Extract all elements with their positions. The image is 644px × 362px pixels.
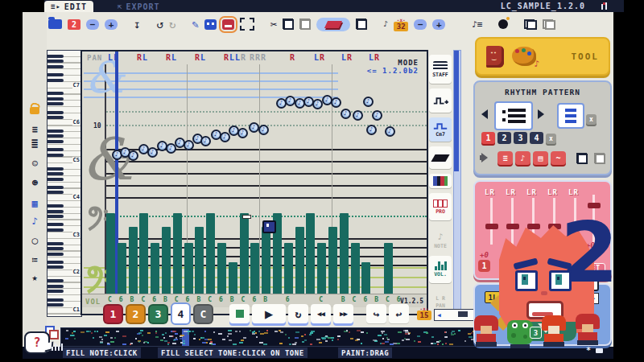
channel-1-button[interactable]: 1 <box>103 304 123 324</box>
piano-black-key[interactable] <box>47 279 64 282</box>
step-plus-button[interactable]: + <box>432 19 445 30</box>
piano-black-key[interactable] <box>47 60 64 63</box>
pan-token[interactable]: RL <box>195 53 206 62</box>
channel-all-button[interactable]: C <box>193 304 213 324</box>
piano-black-key[interactable] <box>47 130 64 133</box>
editor-vscrollbar[interactable] <box>453 50 461 317</box>
speaker-icon[interactable] <box>480 153 493 162</box>
note-bubble[interactable]: ♪ <box>341 109 351 119</box>
pan-token[interactable]: R <box>290 53 295 62</box>
cut-button[interactable]: ✂ <box>270 17 277 31</box>
piano-black-key[interactable] <box>47 167 64 171</box>
rhythm-1-button[interactable]: 1 <box>481 132 495 144</box>
piano-black-key[interactable] <box>47 92 64 95</box>
undo-button[interactable]: ↺ <box>156 17 163 31</box>
save-button[interactable]: ↧ <box>134 17 140 31</box>
open-file-button[interactable] <box>48 17 62 31</box>
volume-bar[interactable] <box>217 243 226 298</box>
pattern-prev-icon[interactable] <box>481 109 488 119</box>
piano-black-key[interactable] <box>47 65 64 68</box>
volume-bar[interactable] <box>351 243 360 298</box>
scroll-left-icon[interactable]: ◀ <box>435 311 444 319</box>
volume-bar[interactable] <box>229 262 237 298</box>
pattern-next-icon[interactable] <box>538 109 544 119</box>
pan-channel-badge[interactable]: 1 <box>478 260 490 272</box>
piano-black-key[interactable] <box>47 242 64 245</box>
wave-add-button[interactable] <box>429 88 452 113</box>
list-large-icon[interactable]: ≣ <box>28 138 41 149</box>
list-small-icon[interactable]: ≡ <box>28 125 41 134</box>
pan-token[interactable]: LR <box>314 53 325 62</box>
repeat-button[interactable]: ↪ <box>366 304 386 323</box>
pattern-alt-selector[interactable] <box>557 103 584 129</box>
voice-list-button[interactable]: ≡ <box>497 151 513 165</box>
note-bubble[interactable]: ♪ <box>249 122 259 133</box>
note-doc-icon[interactable]: ♪ <box>28 216 41 226</box>
piano-black-key[interactable] <box>47 97 64 101</box>
pan-token[interactable]: RLLR <box>224 53 246 62</box>
copy-button[interactable] <box>283 17 294 31</box>
note-bubble[interactable]: ♪ <box>285 96 295 106</box>
eraser-mode-button[interactable] <box>429 146 452 169</box>
stop-button[interactable] <box>229 304 250 323</box>
pencil-tool-button[interactable]: ✎ <box>192 17 198 31</box>
note-bubble[interactable]: ♪ <box>366 125 377 135</box>
note-bubble[interactable]: ♪ <box>353 110 363 121</box>
volume-bar[interactable] <box>317 243 326 298</box>
volume-bar[interactable] <box>106 213 115 298</box>
palette-button[interactable] <box>429 174 452 188</box>
eraser-tool-button[interactable] <box>316 18 350 31</box>
song-overview-timeline[interactable]: 34 <box>60 327 493 347</box>
rhythm-clear-button[interactable]: x <box>546 134 556 144</box>
note-bubble[interactable]: ♪ <box>237 128 248 138</box>
piano-black-key[interactable] <box>47 178 64 181</box>
help-button[interactable]: ? <box>24 331 50 354</box>
fill-stamp-tool-button[interactable] <box>222 19 234 30</box>
pattern-clear-button[interactable]: x <box>586 114 597 125</box>
volume-bar[interactable] <box>206 213 215 298</box>
volume-bar[interactable] <box>195 227 204 298</box>
pan-token[interactable]: RL <box>137 53 148 62</box>
tab-edit[interactable]: ≡▸ EDIT <box>44 1 93 12</box>
piano-black-key[interactable] <box>47 204 64 208</box>
vscrollbar-thumb[interactable] <box>454 51 459 171</box>
piano-black-key[interactable] <box>47 253 64 256</box>
clear-all-button[interactable] <box>498 17 508 31</box>
lock-icon[interactable] <box>30 107 39 114</box>
volume-bar[interactable] <box>118 243 126 298</box>
pro-mode-button[interactable]: PRO <box>429 193 452 220</box>
channel-4-button[interactable]: 4 <box>171 302 191 325</box>
smiley-icon[interactable]: ☺ <box>30 157 39 170</box>
file-plus-button[interactable]: + <box>105 19 118 30</box>
volume-bar[interactable] <box>384 243 393 298</box>
piano-black-key[interactable] <box>47 111 64 114</box>
piano-black-key[interactable] <box>47 298 64 302</box>
voice-wave-button[interactable]: ~ <box>551 151 566 165</box>
pan-token[interactable]: LR <box>369 53 380 62</box>
rhythm-paste-button[interactable] <box>594 153 605 164</box>
song-list-button[interactable]: ♪≡ <box>472 17 482 31</box>
piano-black-key[interactable] <box>47 116 64 119</box>
note-bubble[interactable]: ♪ <box>385 126 395 137</box>
repeat-one-button[interactable]: ↩ <box>389 304 409 323</box>
piano-black-key[interactable] <box>47 55 64 58</box>
select-tool-button[interactable] <box>240 17 254 31</box>
volume-bar[interactable] <box>262 227 270 298</box>
favorites-icon[interactable]: ★ <box>28 273 41 282</box>
channel-2-button[interactable]: 2 <box>126 304 146 324</box>
voice-chord-button[interactable]: ▤ <box>533 151 548 165</box>
sound-library-button[interactable]: ♪ <box>524 17 537 31</box>
note-bubble[interactable]: ♪ <box>128 150 138 161</box>
piano-black-key[interactable] <box>47 303 64 306</box>
rhythm-copy-button[interactable] <box>576 153 588 164</box>
play-button[interactable]: ▶ <box>252 304 286 323</box>
piano-black-key[interactable] <box>47 290 64 293</box>
piano-black-key[interactable] <box>47 154 64 157</box>
volume-bar[interactable] <box>328 227 337 298</box>
note-bubble[interactable]: ♪ <box>258 125 269 135</box>
volume-bar[interactable] <box>284 243 293 298</box>
rewind-button[interactable]: ◀◀ <box>311 304 331 323</box>
piano-keyboard[interactable]: C7C6C5C4C3C2C1 <box>47 50 82 317</box>
pan-token[interactable]: RL <box>166 53 177 62</box>
volume-view-button[interactable]: VOL. <box>429 256 452 283</box>
